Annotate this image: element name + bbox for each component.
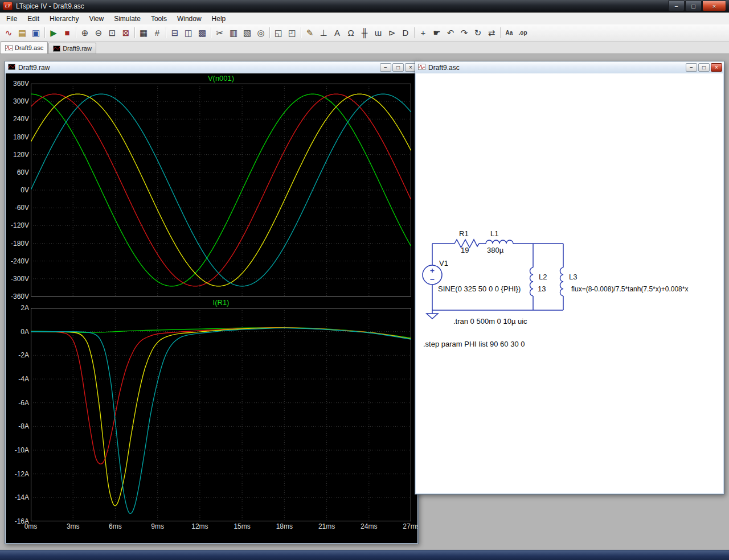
y-tick-label: 180V [7,133,29,141]
pane-title-current: I(R1) [31,298,411,307]
value-L2[interactable]: 13 [538,285,546,293]
minimize-button[interactable]: − [380,63,391,72]
cascade-windows-icon[interactable]: ▩ [195,26,209,40]
value-L3[interactable]: flux=(8-0.008)/7.5*tanh(7.5*x)+0.008*x [571,285,688,293]
menu-file[interactable]: File [1,13,22,24]
wire-icon[interactable]: ✎ [303,26,317,40]
mirror-icon[interactable]: ⇄ [485,26,498,40]
waveform-window: Draft9.raw − □ × V(n001) I(R1) 360V300V2… [5,61,419,544]
trace-PHI=60 [31,328,411,464]
inductor-L1-symbol[interactable] [486,240,513,244]
spice-directive-icon[interactable]: .op [516,26,530,40]
menu-window[interactable]: Window [172,13,207,24]
maximize-button[interactable]: □ [685,1,702,11]
label-R1[interactable]: R1 [459,229,469,238]
window-titlebar[interactable]: LT LTspice IV - Draft9.asc − □ × [0,0,729,13]
mdi-area: Draft9.raw − □ × V(n001) I(R1) 360V300V2… [0,54,729,550]
current-plot[interactable] [31,308,411,521]
diode-icon[interactable]: ⊳ [385,26,399,40]
tab-draft9-raw[interactable]: Draft9.raw [48,43,96,53]
zoom-out-icon[interactable]: ⊖ [92,26,105,40]
ground-symbol[interactable] [427,314,438,319]
x-tick-label: 3ms [60,522,86,530]
undo-icon[interactable]: ↶ [444,26,457,40]
toolbar-separator [211,27,211,38]
pan-icon[interactable]: # [150,26,164,40]
move-icon[interactable]: + [416,26,430,40]
inductor-L2-symbol[interactable] [530,267,533,296]
halt-icon[interactable]: ■ [60,26,74,40]
waveform-window-controls: − □ × [380,63,416,72]
voltage-plot[interactable] [31,84,411,297]
resistor-icon[interactable]: Ω [344,26,358,40]
label-L3[interactable]: L3 [569,273,577,281]
waveform-plot-area[interactable]: V(n001) I(R1) 360V300V240V180V120V60V0V-… [6,73,417,543]
menu-hierarchy[interactable]: Hierarchy [44,13,84,24]
y-tick-label: -2A [7,351,29,359]
zoom-in-icon[interactable]: ⊕ [78,26,92,40]
tile-vertical-icon[interactable]: ◫ [182,26,195,40]
restore-button[interactable]: □ [698,63,710,72]
grid-toggle-icon[interactable]: ▦ [137,26,150,40]
drag-icon[interactable]: ☛ [430,26,444,40]
minimize-button[interactable]: − [668,1,685,11]
y-tick-label: -12A [7,470,29,478]
toolbar: ∿▤▣▶■⊕⊖⊡⊠▦#⊟◫▩✂▥▧◎◱◰✎⊥AΩ╫ɯ⊳D+☛↶↷↻⇄Aa.op [0,24,729,42]
open-file-icon[interactable]: ▤ [15,26,29,40]
print-preview-icon[interactable]: ◱ [272,26,285,40]
save-icon[interactable]: ▣ [29,26,43,40]
tile-horizontal-icon[interactable]: ⊟ [168,26,182,40]
y-tick-label: 240V [7,115,29,123]
zoom-area-icon[interactable]: ⊡ [105,26,119,40]
value-V1[interactable]: SINE(0 325 50 0 0 {PHI}) [438,285,521,293]
value-R1[interactable]: 19 [461,246,469,254]
voltage-source-polarity-marks [431,269,435,279]
zoom-full-icon[interactable]: ⊠ [119,26,133,40]
y-tick-label: -10A [7,446,29,454]
menu-view[interactable]: View [84,13,109,24]
menu-tools[interactable]: Tools [146,13,172,24]
schematic-canvas[interactable]: R1 19 L1 380µ V1 SINE(0 325 50 0 0 {PHI}… [422,75,723,490]
directive-tran[interactable]: .tran 0 500m 0 10µ uic [453,317,527,326]
rotate-icon[interactable]: ↻ [471,26,485,40]
net-label-icon[interactable]: A [330,26,344,40]
schematic-window-titlebar[interactable]: Draft9.asc − □ × [415,61,724,73]
waveform-window-titlebar[interactable]: Draft9.raw − □ × [5,61,418,73]
menu-help[interactable]: Help [207,13,231,24]
menu-simulate[interactable]: Simulate [109,13,146,24]
inductor-L3-symbol[interactable] [560,267,563,296]
value-L1[interactable]: 380µ [487,246,504,254]
print-icon[interactable]: ◰ [285,26,299,40]
inductor-icon[interactable]: ɯ [371,26,385,40]
new-schematic-icon[interactable]: ∿ [2,26,15,40]
x-tick-label: 15ms [229,522,255,530]
label-V1[interactable]: V1 [439,259,448,267]
find-icon[interactable]: ◎ [254,26,268,40]
minimize-button[interactable]: − [686,63,697,72]
run-icon[interactable]: ▶ [47,26,60,40]
restore-button[interactable]: □ [392,63,404,72]
ground-icon[interactable]: ⊥ [317,26,330,40]
label-L2[interactable]: L2 [539,273,547,281]
tab-draft9-asc[interactable]: Draft9.asc [1,42,48,53]
cut-icon[interactable]: ✂ [213,26,227,40]
capacitor-icon[interactable]: ╫ [358,26,371,40]
toolbar-separator [269,27,270,38]
text-icon[interactable]: Aa [502,26,516,40]
paste-icon[interactable]: ▧ [240,26,254,40]
voltage-source-V1-symbol[interactable] [423,265,442,285]
redo-icon[interactable]: ↷ [457,26,471,40]
y-tick-label: -60V [7,204,29,212]
close-button[interactable]: × [711,63,722,72]
toolbar-separator [166,27,166,38]
ltspice-app: { "window": { "title": "LTspice IV - Dra… [0,0,729,560]
close-button[interactable]: × [702,1,726,11]
status-bar [0,550,729,560]
label-L1[interactable]: L1 [490,229,498,238]
schematic-canvas-area[interactable]: R1 19 L1 380µ V1 SINE(0 325 50 0 0 {PHI}… [416,73,723,493]
tab-label: Draft9.asc [15,44,43,51]
component-icon[interactable]: D [399,26,412,40]
directive-step[interactable]: .step param PHI list 90 60 30 0 [423,340,525,348]
menu-edit[interactable]: Edit [22,13,44,24]
copy-icon[interactable]: ▥ [227,26,240,40]
